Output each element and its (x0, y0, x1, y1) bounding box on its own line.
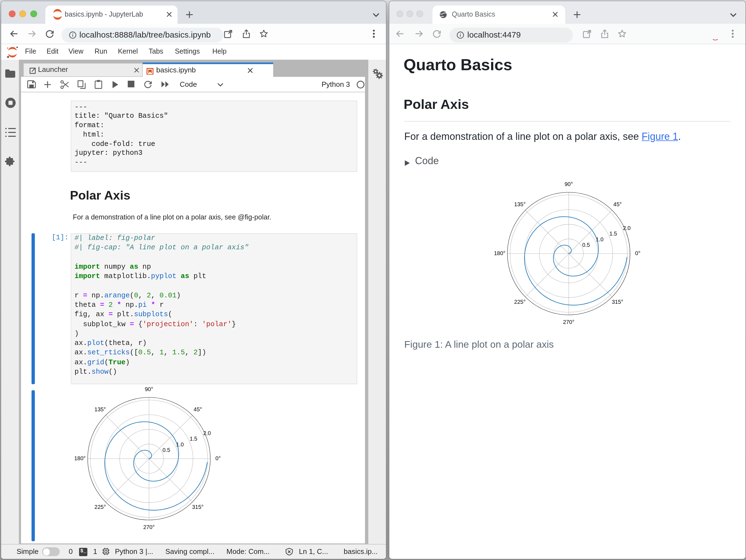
svg-text:315°: 315° (192, 504, 203, 510)
svg-text:0°: 0° (635, 250, 641, 256)
svg-text:0.5: 0.5 (163, 447, 170, 453)
svg-text:270°: 270° (563, 319, 575, 325)
svg-text:1.5: 1.5 (610, 231, 618, 237)
svg-text:2.0: 2.0 (203, 430, 211, 437)
svg-text:180°: 180° (494, 250, 506, 256)
svg-text:2.0: 2.0 (623, 225, 631, 231)
svg-text:270°: 270° (143, 524, 154, 530)
svg-text:135°: 135° (514, 201, 526, 207)
svg-text:90°: 90° (145, 386, 153, 392)
svg-text:315°: 315° (612, 299, 624, 305)
svg-text:1.5: 1.5 (190, 436, 197, 442)
svg-text:45°: 45° (194, 407, 202, 413)
svg-text:135°: 135° (94, 407, 106, 413)
svg-text:0°: 0° (216, 455, 221, 461)
svg-text:225°: 225° (514, 299, 526, 305)
svg-text:0.5: 0.5 (582, 242, 590, 248)
svg-text:90°: 90° (565, 181, 573, 187)
svg-text:45°: 45° (613, 201, 622, 207)
svg-text:180°: 180° (74, 455, 85, 461)
svg-text:225°: 225° (94, 504, 106, 510)
